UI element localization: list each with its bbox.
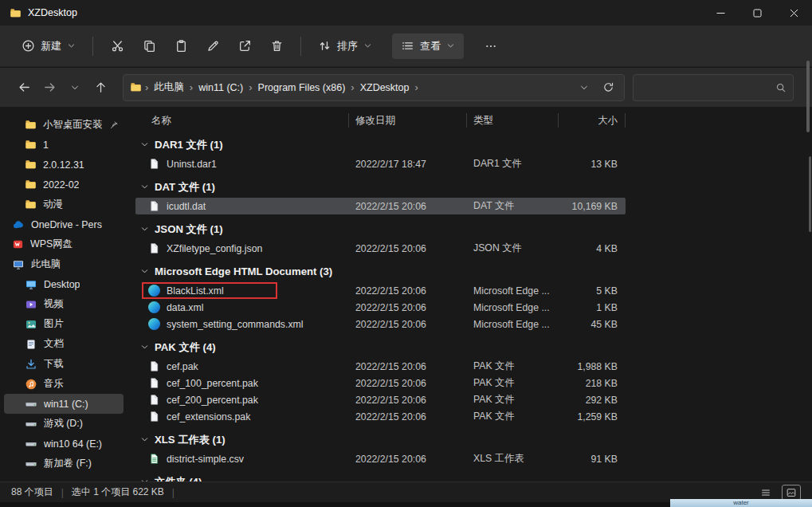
sidebar-item-label: win11 (C:) xyxy=(44,399,88,410)
group-header[interactable]: XLS 工作表 (1) xyxy=(135,429,807,450)
back-button[interactable] xyxy=(11,75,37,100)
breadcrumb-item-1[interactable]: win11 (C:) xyxy=(194,79,247,96)
delete-button[interactable] xyxy=(261,32,292,61)
group-header[interactable]: 文件夹 (4) xyxy=(135,471,807,481)
file-name: cef.pak xyxy=(167,361,198,372)
copy-button[interactable] xyxy=(133,32,165,61)
sidebar-item-label: win10 64 (E:) xyxy=(44,438,102,450)
sidebar-item-5[interactable]: OneDrive - Pers xyxy=(4,214,124,234)
search-input[interactable] xyxy=(640,82,775,93)
sidebar-item-11[interactable]: 文档 xyxy=(4,334,124,354)
sidebar-item-label: 动漫 xyxy=(43,198,63,211)
refresh-button[interactable] xyxy=(598,78,618,97)
column-header-1[interactable]: 修改日期 xyxy=(349,112,467,128)
group-header[interactable]: JSON 文件 (1) xyxy=(135,218,807,240)
file-date: 2022/2/15 20:06 xyxy=(349,395,467,406)
group-header[interactable]: Microsoft Edge HTML Document (3) xyxy=(135,261,807,282)
file-row[interactable]: XZfiletype_config.json2022/2/15 20:06JSO… xyxy=(135,240,626,257)
rename-button[interactable] xyxy=(197,32,229,61)
group-label: 文件夹 (4) xyxy=(155,475,202,482)
view-button[interactable]: 查看 xyxy=(392,33,464,59)
file-size: 5 KB xyxy=(559,285,626,297)
sort-button-label: 排序 xyxy=(337,39,358,53)
address-dropdown-button[interactable] xyxy=(575,78,594,97)
toolbar-divider xyxy=(92,37,93,56)
status-divider: | xyxy=(61,487,64,498)
sidebar-item-4[interactable]: 动漫 xyxy=(4,195,124,214)
picture-icon xyxy=(25,318,37,331)
file-row[interactable]: district-simple.csv2022/2/15 20:06XLS 工作… xyxy=(135,450,626,467)
file-row[interactable]: Uninst.dar12022/2/17 18:47DAR1 文件13 KB xyxy=(135,155,626,172)
file-row[interactable]: cef_100_percent.pak2022/2/15 20:06PAK 文件… xyxy=(135,375,626,391)
file-row[interactable]: cef_200_percent.pak2022/2/15 20:06PAK 文件… xyxy=(135,391,626,408)
sidebar-item-8[interactable]: Desktop xyxy=(4,274,124,294)
breadcrumb-item-3[interactable]: XZDesktop xyxy=(356,79,414,96)
sidebar-item-9[interactable]: 视频 xyxy=(4,294,124,314)
minimize-button[interactable] xyxy=(702,0,739,26)
sidebar-item-7[interactable]: 此电脑 xyxy=(4,254,124,274)
cut-button[interactable] xyxy=(101,32,133,61)
vertical-scrollbar[interactable] xyxy=(806,61,810,132)
details-view-button[interactable] xyxy=(756,485,775,501)
sidebar-item-17[interactable]: 新加卷 (F:) xyxy=(4,454,124,474)
forward-button[interactable] xyxy=(37,75,62,100)
navigation-bar: ›此电脑›win11 (C:)›Program Files (x86)›XZDe… xyxy=(0,68,812,107)
sidebar-item-label: 视频 xyxy=(44,297,64,311)
scissors-icon xyxy=(111,39,124,53)
sidebar-item-1[interactable]: 1 xyxy=(4,135,124,155)
paste-button[interactable] xyxy=(165,32,197,61)
drive-icon xyxy=(25,458,37,470)
chevron-down-icon xyxy=(446,41,455,50)
sidebar-item-13[interactable]: 音乐 xyxy=(4,374,124,394)
file-row[interactable]: BlackList.xml2022/2/15 20:06Microsoft Ed… xyxy=(135,282,626,299)
file-date: 2022/2/15 20:06 xyxy=(349,302,467,313)
large-icons-view-button[interactable] xyxy=(782,485,801,501)
sidebar-item-label: 2022-02 xyxy=(43,179,79,191)
sidebar-item-14[interactable]: win11 (C:) xyxy=(4,394,124,414)
group-header[interactable]: DAR1 文件 (1) xyxy=(135,134,807,155)
column-header-2[interactable]: 类型 xyxy=(467,112,559,128)
file-row[interactable]: cef.pak2022/2/15 20:06PAK 文件1,988 KB xyxy=(135,358,626,375)
trash-icon xyxy=(270,39,284,53)
sidebar-item-12[interactable]: 下载 xyxy=(4,354,124,374)
file-size: 292 KB xyxy=(559,395,626,406)
address-bar[interactable]: ›此电脑›win11 (C:)›Program Files (x86)›XZDe… xyxy=(123,74,625,101)
column-header-3[interactable]: 大小 xyxy=(559,112,626,128)
file-type: PAK 文件 xyxy=(467,393,559,407)
sidebar-item-3[interactable]: 2022-02 xyxy=(4,175,124,195)
explorer-window: XZDesktop 新建 排序 查看 xyxy=(0,0,812,507)
folder-icon xyxy=(25,119,37,131)
breadcrumb-item-2[interactable]: Program Files (x86) xyxy=(254,79,350,96)
share-button[interactable] xyxy=(229,32,261,61)
sidebar-item-6[interactable]: WPS网盘 xyxy=(4,234,124,254)
close-button[interactable] xyxy=(775,0,812,26)
more-button[interactable] xyxy=(475,32,507,61)
edge-icon xyxy=(148,301,160,313)
file-row[interactable]: cef_extensions.pak2022/2/15 20:06PAK 文件1… xyxy=(135,408,626,425)
new-button[interactable]: 新建 xyxy=(13,33,84,59)
file-row[interactable]: icudtl.dat2022/2/15 20:06DAT 文件10,169 KB xyxy=(135,198,626,214)
breadcrumb-item-0[interactable]: 此电脑 xyxy=(150,77,188,97)
file-type: PAK 文件 xyxy=(467,360,559,373)
file-name-box: cef_extensions.pak xyxy=(142,408,257,425)
maximize-button[interactable] xyxy=(739,0,775,26)
file-name-box: cef.pak xyxy=(142,358,205,375)
group-header[interactable]: PAK 文件 (4) xyxy=(135,336,807,358)
file-row[interactable]: system_setting_commands.xml2022/2/15 20:… xyxy=(135,316,626,332)
file-name: cef_100_percent.pak xyxy=(167,378,258,389)
sidebar-item-10[interactable]: 图片 xyxy=(4,314,124,334)
plus-circle-icon xyxy=(22,39,35,53)
recent-locations-button[interactable] xyxy=(62,75,88,100)
sidebar-item-15[interactable]: 游戏 (D:) xyxy=(4,414,124,434)
status-divider: | xyxy=(172,487,175,498)
file-row[interactable]: data.xml2022/2/15 20:06Microsoft Edge ..… xyxy=(135,299,626,316)
column-header-0[interactable]: 名称 xyxy=(135,112,349,128)
file-icon xyxy=(148,394,160,406)
sidebar-item-0[interactable]: 小智桌面安装 xyxy=(4,115,124,135)
sidebar-item-16[interactable]: win10 64 (E:) xyxy=(4,434,124,454)
up-button[interactable] xyxy=(88,75,113,100)
sort-button[interactable]: 排序 xyxy=(309,33,381,59)
group-header[interactable]: DAT 文件 (1) xyxy=(135,176,807,198)
folder-icon xyxy=(130,81,142,93)
sidebar-item-2[interactable]: 2.0.12.31 xyxy=(4,155,124,175)
